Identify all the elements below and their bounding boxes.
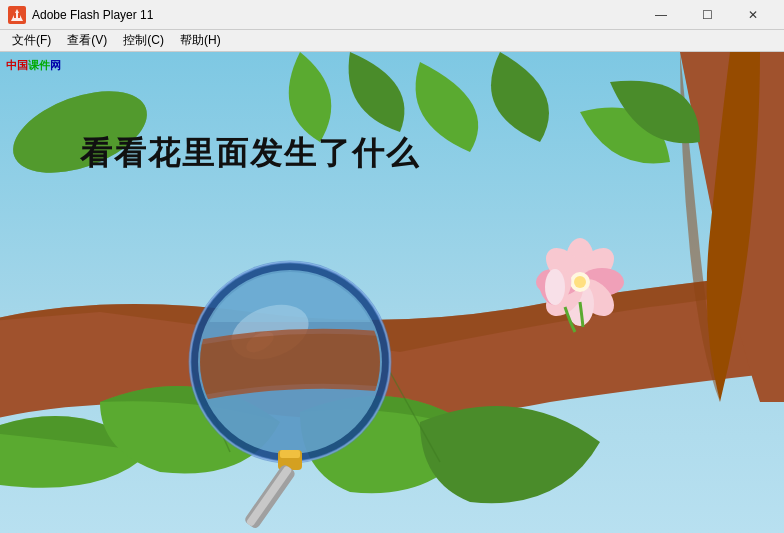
menu-control[interactable]: 控制(C): [115, 30, 172, 51]
flash-canvas[interactable]: 中国课件网 看看花里面发生了什么: [0, 52, 784, 533]
minimize-button[interactable]: —: [638, 0, 684, 30]
watermark-text: 中国: [6, 59, 28, 71]
watermark-text3: 网: [50, 59, 61, 71]
menu-help[interactable]: 帮助(H): [172, 30, 229, 51]
watermark: 中国课件网: [6, 58, 61, 73]
svg-point-16: [574, 276, 586, 288]
menu-view[interactable]: 查看(V): [59, 30, 115, 51]
svg-point-19: [545, 269, 565, 305]
app-icon: [8, 6, 26, 24]
menubar: 文件(F) 查看(V) 控制(C) 帮助(H): [0, 30, 784, 52]
svg-rect-2: [18, 13, 20, 18]
close-button[interactable]: ✕: [730, 0, 776, 30]
svg-rect-29: [280, 450, 300, 458]
titlebar: Adobe Flash Player 11 — ☐ ✕: [0, 0, 784, 30]
watermark-text2: 课件: [28, 59, 50, 71]
maximize-button[interactable]: ☐: [684, 0, 730, 30]
window-controls: — ☐ ✕: [638, 0, 776, 30]
svg-rect-1: [14, 13, 16, 18]
svg-marker-0: [11, 9, 23, 21]
scene-illustration: [0, 52, 784, 533]
svg-rect-31: [246, 465, 293, 527]
main-title-text: 看看花里面发生了什么: [80, 132, 420, 176]
menu-file[interactable]: 文件(F): [4, 30, 59, 51]
window-title: Adobe Flash Player 11: [32, 8, 638, 22]
